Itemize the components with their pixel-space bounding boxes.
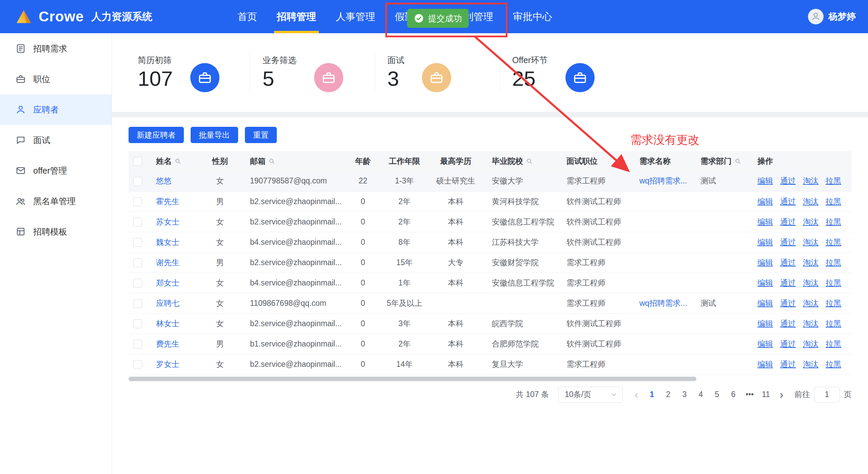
action-link-4[interactable]: 拉黑 bbox=[826, 238, 841, 246]
requirement-name-link[interactable]: wq招聘需求... bbox=[639, 299, 687, 308]
toolbar-button-1[interactable]: 新建应聘者 bbox=[129, 127, 184, 143]
row-checkbox[interactable] bbox=[133, 340, 142, 349]
candidate-name-link[interactable]: 苏女士 bbox=[156, 217, 179, 226]
next-page-button[interactable]: › bbox=[774, 387, 789, 402]
candidate-name-link[interactable]: 应聘七 bbox=[156, 299, 179, 308]
row-checkbox[interactable] bbox=[133, 238, 142, 247]
action-link-2[interactable]: 通过 bbox=[780, 258, 796, 267]
action-link-1[interactable]: 编辑 bbox=[757, 217, 773, 226]
action-link-3[interactable]: 淘汰 bbox=[803, 217, 818, 226]
sidebar-item-6[interactable]: 黑名单管理 bbox=[0, 186, 112, 216]
nav-item-2[interactable]: 招聘管理 bbox=[277, 0, 316, 33]
action-link-2[interactable]: 通过 bbox=[780, 176, 796, 185]
scrollbar-thumb[interactable] bbox=[129, 377, 696, 381]
archive-icon bbox=[314, 63, 343, 92]
sidebar-item-7[interactable]: 招聘模板 bbox=[0, 216, 112, 247]
prev-page-button[interactable]: ‹ bbox=[629, 387, 644, 402]
action-link-1[interactable]: 编辑 bbox=[757, 360, 773, 369]
page-button-6[interactable]: 6 bbox=[726, 387, 741, 402]
sidebar-item-5[interactable]: offer管理 bbox=[0, 155, 112, 186]
sidebar-item-4[interactable]: 面试 bbox=[0, 125, 112, 155]
col-header-label: 年龄 bbox=[355, 157, 371, 165]
search-icon[interactable] bbox=[174, 157, 181, 166]
candidate-name-link[interactable]: 费先生 bbox=[156, 339, 179, 348]
toolbar-button-3[interactable]: 重置 bbox=[245, 127, 277, 143]
action-link-1[interactable]: 编辑 bbox=[757, 278, 773, 287]
action-link-2[interactable]: 通过 bbox=[780, 278, 796, 287]
action-link-4[interactable]: 拉黑 bbox=[826, 258, 841, 267]
action-link-2[interactable]: 通过 bbox=[780, 299, 796, 308]
action-link-2[interactable]: 通过 bbox=[780, 360, 796, 369]
action-link-2[interactable]: 通过 bbox=[780, 238, 796, 246]
action-link-4[interactable]: 拉黑 bbox=[826, 360, 841, 369]
row-checkbox[interactable] bbox=[133, 218, 142, 226]
action-link-4[interactable]: 拉黑 bbox=[826, 176, 841, 185]
row-checkbox[interactable] bbox=[133, 177, 142, 186]
action-link-1[interactable]: 编辑 bbox=[757, 299, 773, 308]
candidate-name-link[interactable]: 谢先生 bbox=[156, 258, 179, 267]
page-size-select[interactable]: 10条/页 bbox=[558, 387, 623, 403]
row-checkbox[interactable] bbox=[133, 360, 142, 369]
page-button-4[interactable]: 4 bbox=[693, 387, 708, 402]
nav-item-1[interactable]: 首页 bbox=[237, 0, 257, 33]
sidebar-item-1[interactable]: 招聘需求 bbox=[0, 33, 112, 64]
candidate-name-link[interactable]: 林女士 bbox=[156, 319, 179, 328]
action-link-3[interactable]: 淘汰 bbox=[803, 339, 818, 348]
stat-label: Offer环节 bbox=[512, 55, 548, 66]
requirement-name-link[interactable]: wq招聘需求... bbox=[639, 176, 687, 185]
action-link-2[interactable]: 通过 bbox=[780, 319, 796, 328]
action-link-3[interactable]: 淘汰 bbox=[803, 299, 818, 308]
action-link-4[interactable]: 拉黑 bbox=[826, 319, 841, 328]
action-link-3[interactable]: 淘汰 bbox=[803, 197, 818, 206]
sidebar-item-3[interactable]: 应聘者 bbox=[0, 94, 112, 125]
action-link-4[interactable]: 拉黑 bbox=[826, 339, 841, 348]
search-icon[interactable] bbox=[734, 157, 741, 166]
nav-item-3[interactable]: 人事管理 bbox=[336, 0, 375, 33]
action-link-3[interactable]: 淘汰 bbox=[803, 238, 818, 246]
action-link-1[interactable]: 编辑 bbox=[757, 176, 773, 185]
page-button-3[interactable]: 3 bbox=[677, 387, 692, 402]
action-link-1[interactable]: 编辑 bbox=[757, 238, 773, 246]
candidate-name-link[interactable]: 郑女士 bbox=[156, 278, 179, 287]
row-checkbox[interactable] bbox=[133, 319, 142, 328]
action-link-2[interactable]: 通过 bbox=[780, 217, 796, 226]
sidebar-item-2[interactable]: 职位 bbox=[0, 64, 112, 94]
page-button-2[interactable]: 2 bbox=[661, 387, 676, 402]
row-checkbox[interactable] bbox=[133, 279, 142, 288]
action-link-3[interactable]: 淘汰 bbox=[803, 258, 818, 267]
action-link-3[interactable]: 淘汰 bbox=[803, 278, 818, 287]
action-link-1[interactable]: 编辑 bbox=[757, 197, 773, 206]
page-button-1[interactable]: 1 bbox=[644, 387, 659, 402]
action-link-3[interactable]: 淘汰 bbox=[803, 319, 818, 328]
page-button-5[interactable]: 5 bbox=[710, 387, 725, 402]
action-link-1[interactable]: 编辑 bbox=[757, 258, 773, 267]
toolbar-button-2[interactable]: 批量导出 bbox=[191, 127, 238, 143]
row-checkbox[interactable] bbox=[133, 258, 142, 267]
action-link-3[interactable]: 淘汰 bbox=[803, 176, 818, 185]
action-link-1[interactable]: 编辑 bbox=[757, 319, 773, 328]
cell-age: 0 bbox=[346, 232, 382, 252]
candidate-name-link[interactable]: 魏女士 bbox=[156, 238, 179, 246]
action-link-4[interactable]: 拉黑 bbox=[826, 278, 841, 287]
candidate-name-link[interactable]: 罗女士 bbox=[156, 360, 179, 369]
row-checkbox[interactable] bbox=[133, 299, 142, 308]
action-link-2[interactable]: 通过 bbox=[780, 339, 796, 348]
page-button-11[interactable]: 11 bbox=[758, 387, 773, 402]
action-link-4[interactable]: 拉黑 bbox=[826, 197, 841, 206]
page-ellipsis[interactable]: ••• bbox=[742, 387, 757, 402]
goto-page-input[interactable] bbox=[814, 387, 840, 402]
action-link-4[interactable]: 拉黑 bbox=[826, 299, 841, 308]
cell-age: 0 bbox=[346, 334, 382, 354]
header-checkbox[interactable] bbox=[133, 157, 142, 166]
action-link-2[interactable]: 通过 bbox=[780, 197, 796, 206]
candidate-name-link[interactable]: 霍先生 bbox=[156, 197, 179, 206]
action-link-1[interactable]: 编辑 bbox=[757, 339, 773, 348]
row-checkbox[interactable] bbox=[133, 197, 142, 206]
candidate-name-link[interactable]: 悠悠 bbox=[156, 176, 172, 185]
search-icon[interactable] bbox=[526, 157, 533, 166]
nav-item-6[interactable]: 审批中心 bbox=[513, 0, 552, 33]
search-icon[interactable] bbox=[268, 157, 275, 166]
action-link-3[interactable]: 淘汰 bbox=[803, 360, 818, 369]
user-area[interactable]: 杨梦婷 bbox=[808, 0, 856, 33]
action-link-4[interactable]: 拉黑 bbox=[826, 217, 841, 226]
